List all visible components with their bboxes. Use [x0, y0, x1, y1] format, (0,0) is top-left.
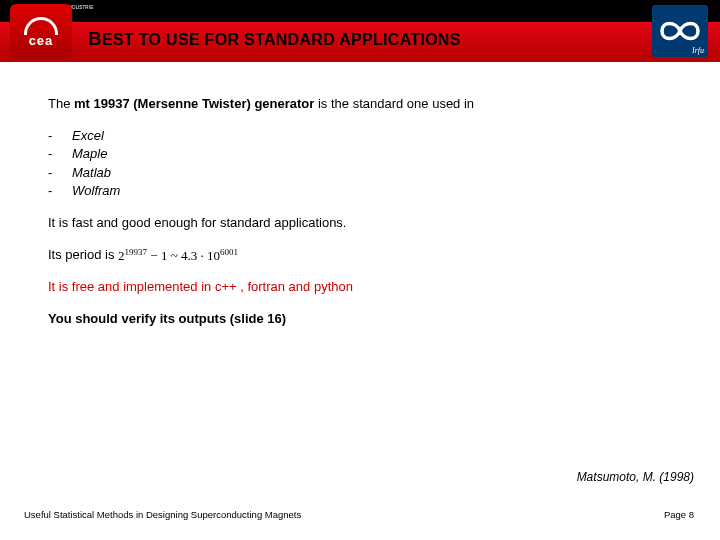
list-item: -Excel	[48, 127, 680, 145]
intro-pre: The	[48, 96, 74, 111]
slide-title: BEST TO USE FOR STANDARD APPLICATIONS	[88, 28, 461, 50]
bullet-label: Matlab	[72, 164, 111, 182]
intro-post: is the standard one used in	[314, 96, 474, 111]
list-item: -Matlab	[48, 164, 680, 182]
dash-icon: -	[48, 164, 72, 182]
bullet-label: Wolfram	[72, 182, 120, 200]
dash-icon: -	[48, 127, 72, 145]
bullet-list: -Excel -Maple -Matlab -Wolfram	[48, 127, 680, 200]
list-item: -Maple	[48, 145, 680, 163]
slide-header: DE LA RECHERCHE À L'INDUSTRIE cea Irfu B…	[0, 0, 720, 62]
intro-line: The mt 19937 (Mersenne Twister) generato…	[48, 95, 680, 113]
title-lead: B	[88, 28, 102, 49]
dash-icon: -	[48, 182, 72, 200]
footer-title: Useful Statistical Methods in Designing …	[24, 509, 301, 520]
fast-line: It is fast and good enough for standard …	[48, 214, 680, 232]
bullet-label: Maple	[72, 145, 107, 163]
period-pre: Its period is	[48, 248, 118, 263]
title-rest: EST TO USE FOR STANDARD APPLICATIONS	[102, 31, 461, 48]
irfu-logo-text: Irfu	[692, 46, 704, 55]
page-number: Page 8	[664, 509, 694, 520]
cea-logo-text: cea	[29, 33, 54, 48]
verify-line: You should verify its outputs (slide 16)	[48, 310, 680, 328]
dash-icon: -	[48, 145, 72, 163]
citation: Matsumoto, M. (1998)	[577, 470, 694, 484]
red-line: It is free and implemented in c++ , fort…	[48, 278, 680, 296]
cea-logo-icon: cea	[10, 4, 72, 59]
irfu-logo-icon: Irfu	[652, 5, 708, 57]
list-item: -Wolfram	[48, 182, 680, 200]
period-math: 219937 − 1 ~ 4.3 · 106001	[118, 248, 238, 263]
bullet-label: Excel	[72, 127, 104, 145]
header-black-bar	[0, 0, 720, 22]
period-line: Its period is 219937 − 1 ~ 4.3 · 106001	[48, 245, 680, 264]
slide-body: The mt 19937 (Mersenne Twister) generato…	[48, 95, 680, 341]
intro-bold: mt 19937 (Mersenne Twister) generator	[74, 96, 314, 111]
